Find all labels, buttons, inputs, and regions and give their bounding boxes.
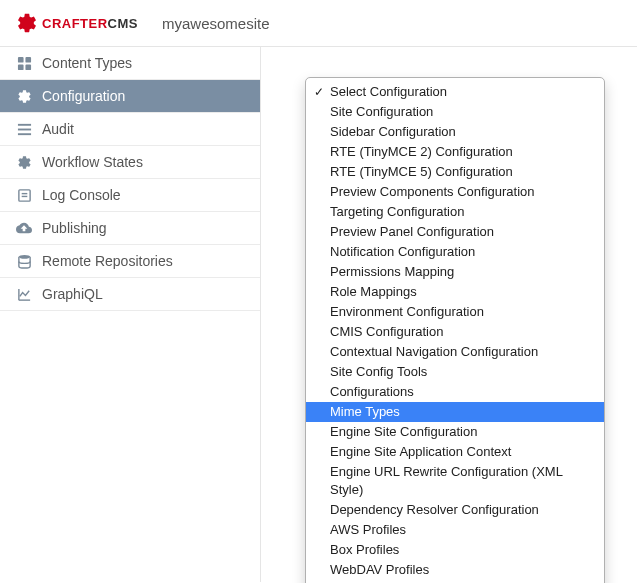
dropdown-item-label: Engine URL Rewrite Configuration (XML St… xyxy=(330,463,594,499)
sidebar-item-label: Content Types xyxy=(42,55,132,71)
dropdown-item-label: Mime Types xyxy=(330,403,400,421)
sidebar-item-graphiql[interactable]: GraphiQL xyxy=(0,278,260,311)
dropdown-item[interactable]: Select Configuration xyxy=(306,82,604,102)
sidebar-item-label: Workflow States xyxy=(42,154,143,170)
dropdown-item[interactable]: Preview Components Configuration xyxy=(306,182,604,202)
dropdown-item-label: Role Mappings xyxy=(330,283,417,301)
dropdown-item[interactable]: Engine URL Rewrite Configuration (XML St… xyxy=(306,462,604,500)
gear-icon xyxy=(16,88,32,104)
logo-text: CRAFTERCMS xyxy=(42,16,138,31)
sidebar: Content TypesConfigurationAuditWorkflow … xyxy=(0,47,261,582)
site-name: myawesomesite xyxy=(162,15,270,32)
sidebar-item-remote-repositories[interactable]: Remote Repositories xyxy=(0,245,260,278)
dropdown-item-label: CMIS Configuration xyxy=(330,323,443,341)
dropdown-item-label: Preview Components Configuration xyxy=(330,183,535,201)
sidebar-item-audit[interactable]: Audit xyxy=(0,113,260,146)
dropdown-item-label: Engine Site Application Context xyxy=(330,443,511,461)
dropdown-item-label: RTE (TinyMCE 5) Configuration xyxy=(330,163,513,181)
gear-icon xyxy=(16,154,32,170)
dropdown-item[interactable]: Role Mappings xyxy=(306,282,604,302)
svg-rect-1 xyxy=(25,56,31,62)
dropdown-item-label: Targeting Configuration xyxy=(330,203,464,221)
dropdown-item-label: Configurations xyxy=(330,383,414,401)
list-icon xyxy=(16,121,32,137)
dropdown-item-label: Sidebar Configuration xyxy=(330,123,456,141)
dropdown-item-label: WebDAV Profiles xyxy=(330,561,429,579)
dropdown-item-label: Permissions Mapping xyxy=(330,263,454,281)
dropdown-item[interactable]: Dependency Resolver Configuration xyxy=(306,500,604,520)
dropdown-item[interactable]: Preview Panel Configuration xyxy=(306,222,604,242)
svg-rect-0 xyxy=(17,56,23,62)
dropdown-item[interactable]: Site Configuration xyxy=(306,102,604,122)
database-icon xyxy=(16,253,32,269)
header: CRAFTERCMS myawesomesite xyxy=(0,0,637,47)
dropdown-item-label: Engine Site Configuration xyxy=(330,423,477,441)
svg-rect-5 xyxy=(17,128,30,130)
logo[interactable]: CRAFTERCMS xyxy=(16,12,138,34)
sidebar-item-label: Log Console xyxy=(42,187,121,203)
grid-icon xyxy=(16,55,32,71)
sidebar-item-workflow-states[interactable]: Workflow States xyxy=(0,146,260,179)
dropdown-item[interactable]: Box Profiles xyxy=(306,540,604,560)
logo-crafter-text: CRAFTER xyxy=(42,16,108,31)
dropdown-item-label: Contextual Navigation Configuration xyxy=(330,343,538,361)
dropdown-item[interactable]: Engine Site Application Context xyxy=(306,442,604,462)
dropdown-item-label: Site Config Tools xyxy=(330,363,427,381)
dropdown-item[interactable]: RTE (TinyMCE 2) Configuration xyxy=(306,142,604,162)
svg-rect-2 xyxy=(17,64,23,70)
dropdown-item-label: Notification Configuration xyxy=(330,243,475,261)
dropdown-item[interactable]: Site Config Tools xyxy=(306,362,604,382)
dropdown-item[interactable]: Configurations xyxy=(306,382,604,402)
sidebar-item-label: Remote Repositories xyxy=(42,253,173,269)
svg-point-10 xyxy=(18,254,29,258)
dropdown-item[interactable]: WebDAV Profiles xyxy=(306,560,604,580)
dropdown-item-label: Preview Panel Configuration xyxy=(330,223,494,241)
svg-rect-6 xyxy=(17,133,30,135)
sidebar-item-configuration[interactable]: Configuration xyxy=(0,80,260,113)
dropdown-item[interactable]: Notification Configuration xyxy=(306,242,604,262)
dropdown-item[interactable]: Contextual Navigation Configuration xyxy=(306,342,604,362)
configuration-dropdown[interactable]: Select ConfigurationSite ConfigurationSi… xyxy=(305,77,605,583)
dropdown-item-label: Dependency Resolver Configuration xyxy=(330,501,539,519)
dropdown-item[interactable]: RTE (TinyMCE 5) Configuration xyxy=(306,162,604,182)
dropdown-item-label: Box Profiles xyxy=(330,541,399,559)
svg-rect-4 xyxy=(17,123,30,125)
dropdown-item-label: Site Configuration xyxy=(330,103,433,121)
logo-gear-icon xyxy=(16,12,38,34)
dropdown-item-label: Environment Configuration xyxy=(330,303,484,321)
dropdown-item[interactable]: Mime Types xyxy=(306,402,604,422)
sidebar-item-label: Configuration xyxy=(42,88,125,104)
chart-icon xyxy=(16,286,32,302)
dropdown-item[interactable]: Environment Configuration xyxy=(306,302,604,322)
sidebar-item-label: Publishing xyxy=(42,220,107,236)
sidebar-item-label: Audit xyxy=(42,121,74,137)
main: Content TypesConfigurationAuditWorkflow … xyxy=(0,47,637,582)
dropdown-item[interactable]: Sidebar Configuration xyxy=(306,122,604,142)
svg-rect-3 xyxy=(25,64,31,70)
logo-cms-text: CMS xyxy=(108,16,138,31)
dropdown-item-label: RTE (TinyMCE 2) Configuration xyxy=(330,143,513,161)
svg-rect-7 xyxy=(18,189,29,200)
dropdown-item[interactable]: AWS Profiles xyxy=(306,520,604,540)
dropdown-item[interactable]: Permissions Mapping xyxy=(306,262,604,282)
cloud-icon xyxy=(16,220,32,236)
dropdown-item[interactable]: CMIS Configuration xyxy=(306,322,604,342)
sidebar-item-log-console[interactable]: Log Console xyxy=(0,179,260,212)
dropdown-item[interactable]: Engine Site Configuration xyxy=(306,422,604,442)
content-area: Select ConfigurationSite ConfigurationSi… xyxy=(261,47,637,582)
sidebar-item-content-types[interactable]: Content Types xyxy=(0,47,260,80)
dropdown-item-label: AWS Profiles xyxy=(330,521,406,539)
dropdown-item[interactable]: Targeting Configuration xyxy=(306,202,604,222)
dropdown-item-label: Select Configuration xyxy=(330,83,447,101)
sidebar-item-publishing[interactable]: Publishing xyxy=(0,212,260,245)
log-icon xyxy=(16,187,32,203)
sidebar-item-label: GraphiQL xyxy=(42,286,103,302)
